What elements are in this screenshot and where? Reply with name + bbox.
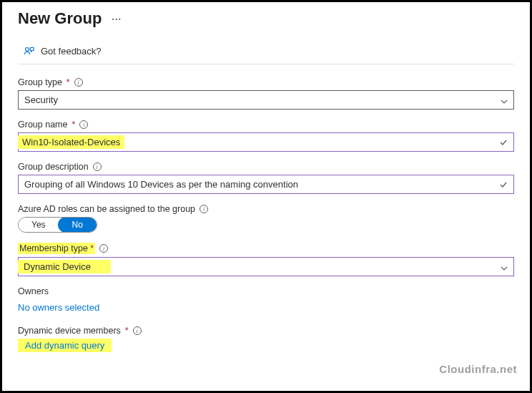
required-asterisk: * xyxy=(66,77,70,87)
chevron-down-icon xyxy=(501,97,508,104)
page-title: New Group xyxy=(18,9,102,28)
svg-point-0 xyxy=(26,48,29,52)
feedback-icon xyxy=(24,45,35,57)
required-asterisk: * xyxy=(90,243,94,253)
toggle-no[interactable]: No xyxy=(58,217,97,233)
dynamic-members-field: Dynamic device members * i Add dynamic q… xyxy=(18,326,514,352)
azure-roles-label: Azure AD roles can be assigned to the gr… xyxy=(18,204,514,214)
more-menu-icon[interactable]: ··· xyxy=(112,14,122,24)
add-dynamic-query-button[interactable]: Add dynamic query xyxy=(18,339,112,352)
info-icon[interactable]: i xyxy=(74,78,83,87)
checkmark-icon xyxy=(499,138,508,147)
group-name-input[interactable]: Win10-Isolated-Devices xyxy=(18,132,514,152)
watermark-text: Cloudinfra.net xyxy=(439,363,517,375)
azure-roles-toggle[interactable]: Yes No xyxy=(18,217,97,233)
header-row: New Group ··· xyxy=(18,9,514,28)
info-icon[interactable]: i xyxy=(133,326,142,335)
info-icon[interactable]: i xyxy=(79,120,88,129)
group-name-field: Group name * i Win10-Isolated-Devices xyxy=(18,120,514,152)
group-description-label: Group description i xyxy=(18,162,514,172)
required-asterisk: * xyxy=(72,120,75,130)
dynamic-members-label: Dynamic device members * i xyxy=(18,326,514,336)
info-icon[interactable]: i xyxy=(99,244,108,253)
toggle-yes[interactable]: Yes xyxy=(19,218,59,232)
checkmark-icon xyxy=(499,180,508,189)
info-icon[interactable]: i xyxy=(93,162,102,171)
group-description-input[interactable]: Grouping of all Windows 10 Devices as pe… xyxy=(18,175,514,194)
chevron-down-icon xyxy=(501,263,508,271)
membership-type-select[interactable]: Dynamic Device xyxy=(18,257,514,276)
membership-type-field: Membership type * i Dynamic Device xyxy=(18,243,514,276)
required-asterisk: * xyxy=(125,326,129,336)
group-type-select[interactable]: Security xyxy=(18,90,514,110)
group-type-field: Group type * i Security xyxy=(18,77,514,110)
group-description-field: Group description i Grouping of all Wind… xyxy=(18,162,514,194)
owners-field: Owners No owners selected xyxy=(18,286,514,316)
group-name-label: Group name * i xyxy=(18,120,514,130)
membership-type-label: Membership type * i xyxy=(18,243,108,254)
owners-link[interactable]: No owners selected xyxy=(18,299,514,316)
group-type-label: Group type * i xyxy=(18,77,514,87)
owners-label: Owners xyxy=(18,286,514,296)
info-icon[interactable]: i xyxy=(200,205,208,213)
feedback-label: Got feedback? xyxy=(41,46,102,57)
azure-roles-field: Azure AD roles can be assigned to the gr… xyxy=(18,204,514,233)
feedback-link[interactable]: Got feedback? xyxy=(18,41,514,64)
